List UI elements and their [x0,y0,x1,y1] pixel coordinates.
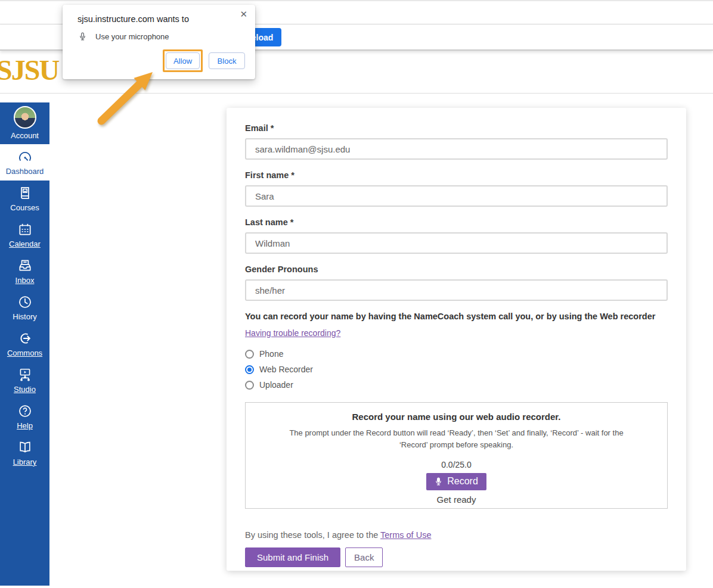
sidebar-item-label: Commons [7,349,42,357]
email-field[interactable] [245,138,668,160]
close-icon[interactable]: ✕ [238,8,249,20]
help-icon [17,403,33,419]
email-label: Email * [245,123,668,133]
web-recorder-panel: Record your name using our web audio rec… [245,402,668,509]
trouble-recording-link[interactable]: Having trouble recording? [245,328,340,338]
allow-highlight-box: Allow [163,49,203,72]
radio-label: Phone [259,349,283,359]
last-name-label: Last name * [245,217,668,227]
sidebar-item-help[interactable]: Help [0,399,49,435]
library-icon [17,440,33,455]
radio-label: Uploader [259,380,293,390]
namecoach-form-card: Email * First name * Last name * Gender … [227,108,686,571]
radio-circle [245,350,254,359]
recording-method-group: Phone Web Recorder Uploader [245,346,668,393]
terms-of-use-link[interactable]: Terms of Use [380,530,431,540]
sidebar-item-label: Inbox [16,276,35,285]
first-name-label: First name * [245,170,668,180]
sidebar-item-label: Account [11,132,39,140]
dashboard-icon [17,149,33,164]
sidebar-item-history[interactable]: History [0,290,49,326]
radio-phone[interactable]: Phone [245,346,668,362]
last-name-field[interactable] [245,232,668,254]
submit-and-finish-button[interactable]: Submit and Finish [245,547,340,567]
sidebar-item-studio[interactable]: Studio [0,362,49,399]
first-name-field[interactable] [245,185,668,207]
sidebar-item-library[interactable]: Library [0,435,49,471]
back-button[interactable]: Back [345,547,383,567]
microphone-icon [433,477,444,487]
studio-icon [17,367,33,382]
commons-icon [17,331,33,346]
recorder-status: Get ready [246,494,667,505]
history-icon [17,294,33,310]
sidebar-item-label: Help [17,422,33,430]
calendar-icon [17,222,33,237]
pronouns-field[interactable] [245,279,668,301]
agreement-text: By using these tools, I agree to the [245,530,380,540]
recorder-instructions: The prompt under the Record button will … [288,427,625,451]
courses-icon [17,185,33,201]
sidebar-item-calendar[interactable]: Calendar [0,217,49,253]
global-nav-sidebar: Account Dashboard Courses [0,102,49,586]
block-button[interactable]: Block [209,52,245,69]
sjsu-logo[interactable]: SJSU [0,54,58,86]
radio-web-recorder[interactable]: Web Recorder [245,362,668,377]
microphone-icon [78,32,88,42]
radio-uploader[interactable]: Uploader [245,377,668,393]
sidebar-item-account[interactable]: Account [0,102,49,144]
annotation-arrow [83,63,167,131]
sidebar-item-label: Courses [10,204,39,212]
sidebar-item-label: Dashboard [6,167,44,176]
recording-instruction: You can record your name by having the N… [245,312,668,321]
form-actions: Submit and Finish Back [245,547,668,567]
sidebar-item-inbox[interactable]: Inbox [0,253,49,290]
radio-circle [245,365,254,374]
permission-text: Use your microphone [95,32,169,41]
permission-origin: sjsu.instructure.com wants to [78,14,189,24]
screen: Reload SJSU Account Dashboard Co [0,0,713,588]
terms-agreement: By using these tools, I agree to the Ter… [245,530,668,540]
sidebar-item-commons[interactable]: Commons [0,326,49,362]
sidebar-item-label: Studio [14,385,36,394]
recorder-title: Record your name using our web audio rec… [246,412,667,422]
sidebar-item-label: History [13,313,36,321]
sidebar-item-label: Library [13,458,37,466]
pronouns-label: Gender Pronouns [245,265,668,274]
user-avatar [14,106,36,129]
record-button-label: Record [447,476,478,487]
allow-button[interactable]: Allow [166,52,200,69]
inbox-icon [17,258,33,273]
sidebar-item-courses[interactable]: Courses [0,181,49,217]
sidebar-item-dashboard[interactable]: Dashboard [0,144,49,181]
permission-row: Use your microphone [78,32,169,42]
recorder-timer: 0.0/25.0 [246,460,667,469]
radio-label: Web Recorder [259,365,313,374]
sidebar-item-label: Calendar [9,240,41,248]
record-button[interactable]: Record [426,473,486,490]
radio-circle [245,381,254,390]
